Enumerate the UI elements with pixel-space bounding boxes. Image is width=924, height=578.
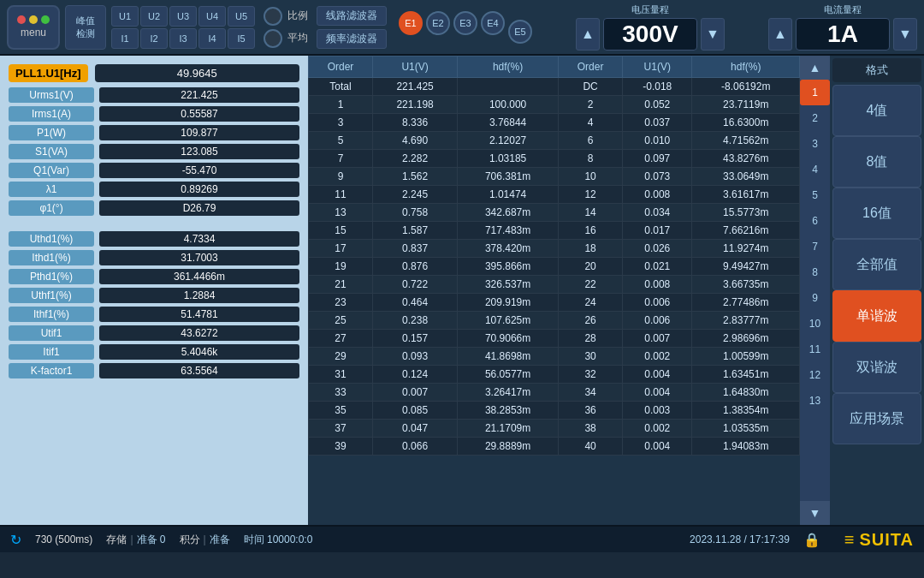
ratio-label: 比例 <box>287 9 308 23</box>
scroll-num-2[interactable]: 2 <box>800 105 830 131</box>
voltage-down-arrow[interactable]: ▼ <box>701 18 725 51</box>
cell-12-1: 0.464 <box>373 294 458 312</box>
logo-icon: ≡ <box>844 530 855 550</box>
cell-2-2: 3.76844 <box>458 114 559 132</box>
status-label-time: 时间 10000:0:0 <box>244 533 313 547</box>
cell-3-1: 4.690 <box>373 132 458 150</box>
cell-0-2 <box>458 78 559 96</box>
line-filter-button[interactable]: 线路滤波器 <box>317 6 387 26</box>
menu-button[interactable]: menu <box>7 5 60 50</box>
scroll-num-4[interactable]: 4 <box>800 157 830 182</box>
metrics-grid-2: Uthd1(%)4.7334Ithd1(%)31.7003Pthd1(%)361… <box>9 231 299 378</box>
cell-14-3: 28 <box>559 330 623 348</box>
ch-u5[interactable]: U5 <box>228 6 255 27</box>
metric2-label-7: K-factor1 <box>9 363 94 378</box>
table-row: 230.464209.919m240.0062.77486m <box>309 294 800 312</box>
logo-text: SUITA <box>859 530 914 550</box>
ch-u2[interactable]: U2 <box>140 6 168 27</box>
lock-icon: 🔒 <box>803 532 820 548</box>
scroll-num-13[interactable]: 13 <box>800 388 830 414</box>
ch-i1[interactable]: I1 <box>111 28 139 49</box>
metric2-value-1: 31.7003 <box>99 250 299 265</box>
metric-label-6: φ1(°) <box>9 200 94 216</box>
cell-6-1: 2.245 <box>373 186 458 204</box>
cell-10-0: 19 <box>309 258 373 276</box>
channel-grid: U1 U2 U3 U4 U5 I1 I2 I3 I4 I5 <box>111 6 255 49</box>
ch-i2[interactable]: I2 <box>140 28 168 49</box>
scroll-num-7[interactable]: 7 <box>800 234 830 259</box>
right-btn-3[interactable]: 全部值 <box>832 239 921 290</box>
avg-label: 平均 <box>287 31 308 45</box>
ch-u4[interactable]: U4 <box>198 6 226 27</box>
e3-button[interactable]: E3 <box>453 11 477 35</box>
scroll-num-12[interactable]: 12 <box>800 362 830 388</box>
ratio-circle[interactable] <box>264 7 282 26</box>
scroll-num-9[interactable]: 9 <box>800 285 830 311</box>
cell-6-5: 3.61617m <box>692 186 800 204</box>
cell-4-3: 8 <box>559 150 623 168</box>
e1-button[interactable]: E1 <box>399 11 423 35</box>
peak-detect-button[interactable]: 峰值 检测 <box>65 5 106 50</box>
status-item-0: 730 (500ms) <box>35 533 92 545</box>
right-btn-2[interactable]: 16值 <box>832 188 921 239</box>
right-btn-0[interactable]: 4值 <box>832 85 921 136</box>
metric2-row-0: Uthd1(%)4.7334 <box>9 231 299 247</box>
col-header-5: hdf(%) <box>692 57 800 78</box>
right-panel: 格式 4值8值16值全部值单谐波双谐波应用场景 <box>830 56 924 525</box>
metric-label-3: S1(VA) <box>9 144 94 159</box>
cell-14-4: 0.007 <box>623 330 692 348</box>
metric-row-6: φ1(°)D26.79 <box>9 200 299 216</box>
status-label-integral: 积分 <box>180 533 200 547</box>
right-btn-5[interactable]: 双谐波 <box>832 342 921 393</box>
spin-icon: ↻ <box>10 532 21 548</box>
voltage-up-arrow[interactable]: ▲ <box>576 18 600 51</box>
ch-i5[interactable]: I5 <box>228 28 255 49</box>
cell-3-4: 0.010 <box>623 132 692 150</box>
scroll-num-6[interactable]: 6 <box>800 208 830 234</box>
metric2-value-7: 63.5564 <box>99 363 299 378</box>
ch-u3[interactable]: U3 <box>169 6 197 27</box>
filter-section: 线路滤波器 频率滤波器 <box>317 6 387 49</box>
scroll-num-1[interactable]: 1 <box>800 80 830 105</box>
col-header-2: hdf(%) <box>458 57 559 78</box>
scroll-num-10[interactable]: 10 <box>800 311 830 337</box>
current-down-arrow[interactable]: ▼ <box>893 18 917 51</box>
cell-1-0: 1 <box>309 96 373 114</box>
cell-19-4: 0.002 <box>623 420 692 438</box>
right-btn-4[interactable]: 单谐波 <box>832 290 921 342</box>
scroll-down-arrow[interactable]: ▼ <box>800 501 830 525</box>
ch-u1[interactable]: U1 <box>111 6 139 27</box>
metric2-label-1: Ithd1(%) <box>9 250 94 265</box>
status-label-prep: 准备 <box>210 533 230 547</box>
cell-11-2: 326.537m <box>458 276 559 294</box>
e2-button[interactable]: E2 <box>426 11 450 35</box>
cell-11-4: 0.008 <box>623 276 692 294</box>
e5-button[interactable]: E5 <box>508 20 532 44</box>
e4-button[interactable]: E4 <box>481 11 505 35</box>
cell-17-1: 0.007 <box>373 384 458 402</box>
avg-circle[interactable] <box>264 29 282 48</box>
ch-i3[interactable]: I3 <box>169 28 197 49</box>
metric-row-5: λ10.89269 <box>9 182 299 197</box>
current-up-arrow[interactable]: ▲ <box>768 18 792 51</box>
right-btn-6[interactable]: 应用场景 <box>832 393 921 444</box>
cell-15-2: 41.8698m <box>458 348 559 366</box>
scroll-num-8[interactable]: 8 <box>800 259 830 285</box>
ch-i4[interactable]: I4 <box>198 28 226 49</box>
metric-value-6: D26.79 <box>99 200 299 216</box>
right-btn-1[interactable]: 8值 <box>832 136 921 188</box>
scroll-up-arrow[interactable]: ▲ <box>800 56 830 80</box>
scroll-num-11[interactable]: 11 <box>800 337 830 362</box>
table-row: 370.04721.1709m380.0021.03535m <box>309 420 800 438</box>
freq-filter-button[interactable]: 频率滤波器 <box>317 29 387 49</box>
cell-19-3: 38 <box>559 420 623 438</box>
scroll-num-5[interactable]: 5 <box>800 182 830 208</box>
metric-value-1: 0.55587 <box>99 106 299 122</box>
table-row: 38.3363.7684440.03716.6300m <box>309 114 800 132</box>
cell-7-5: 15.5773m <box>692 204 800 222</box>
cell-18-4: 0.003 <box>623 402 692 420</box>
metric-value-0: 221.425 <box>99 87 299 103</box>
scroll-num-3[interactable]: 3 <box>800 131 830 157</box>
cell-8-5: 7.66216m <box>692 222 800 240</box>
pll-value: 49.9645 <box>95 64 299 82</box>
